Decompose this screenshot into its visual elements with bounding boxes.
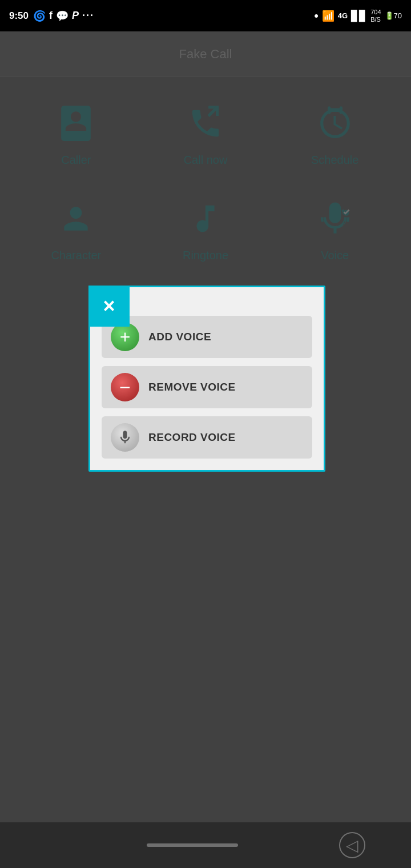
remove-voice-label: REMOVE VOICE	[148, 381, 236, 393]
record-voice-icon	[111, 423, 139, 452]
close-icon: ×	[103, 296, 115, 316]
status-icons: 🌀 f 💬 P ···	[33, 10, 94, 22]
app-icon-3: 💬	[56, 10, 68, 22]
app-icon-2: f	[49, 10, 53, 22]
dot-indicator: •	[314, 9, 319, 23]
voice-dialog: × + ADD VOICE − REMOVE VOICE RECORD VOIC…	[88, 286, 325, 472]
record-voice-button[interactable]: RECORD VOICE	[102, 416, 312, 459]
remove-voice-icon: −	[111, 373, 139, 401]
status-left: 9:50 🌀 f 💬 P ···	[9, 10, 94, 22]
dialog-content: + ADD VOICE − REMOVE VOICE RECORD VOICE	[90, 304, 324, 470]
status-right: • 📶 4G ▊▊ 704B/S 🔋70	[314, 9, 402, 23]
mic-svg-icon	[117, 429, 133, 445]
speed-indicator: 704B/S	[370, 9, 381, 22]
minus-icon: −	[119, 379, 131, 396]
add-voice-icon: +	[111, 323, 139, 351]
add-voice-label: ADD VOICE	[148, 331, 211, 343]
app-icon-4: P	[72, 10, 79, 22]
app-icon-dots: ···	[82, 10, 94, 22]
remove-voice-button[interactable]: − REMOVE VOICE	[102, 366, 312, 408]
wifi-icon: 📶	[322, 10, 335, 22]
record-voice-label: RECORD VOICE	[148, 431, 236, 444]
add-voice-button[interactable]: + ADD VOICE	[102, 316, 312, 358]
status-time: 9:50	[9, 10, 29, 22]
plus-icon: +	[120, 328, 131, 346]
signal-4g: 4G	[338, 11, 348, 20]
battery-icon: 🔋70	[385, 11, 402, 20]
app-icon-1: 🌀	[33, 10, 46, 22]
status-bar: 9:50 🌀 f 💬 P ··· • 📶 4G ▊▊ 704B/S 🔋70	[0, 0, 411, 31]
signal-bars: ▊▊	[351, 10, 367, 22]
dialog-close-button[interactable]: ×	[88, 286, 130, 327]
